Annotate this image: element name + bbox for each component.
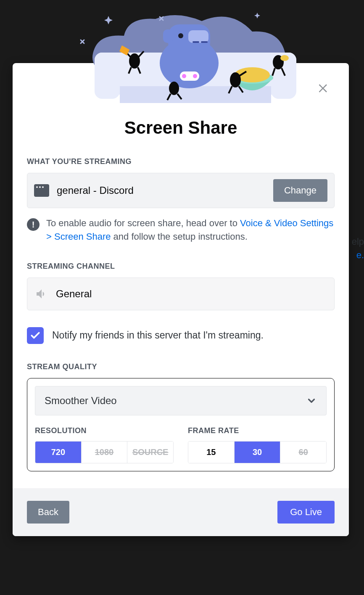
exclamation-icon: !: [27, 218, 40, 231]
framerate-label: FRAME RATE: [188, 426, 327, 435]
svg-line-2: [81, 40, 84, 43]
application-window-icon: [34, 184, 49, 197]
svg-point-11: [178, 33, 183, 38]
svg-line-0: [160, 17, 163, 20]
close-icon: [317, 82, 330, 95]
modal-title: Screen Share: [27, 118, 335, 138]
framerate-option-15[interactable]: 15: [188, 442, 235, 463]
quality-section-label: STREAM QUALITY: [27, 362, 335, 371]
resolution-segmented: 720 1080 SOURCE: [35, 441, 174, 463]
svg-line-24: [139, 51, 144, 57]
go-live-button[interactable]: Go Live: [277, 501, 335, 524]
svg-line-23: [125, 51, 130, 57]
screen-share-modal: Screen Share WHAT YOU'RE STREAMING gener…: [13, 63, 349, 536]
streaming-section-label: WHAT YOU'RE STREAMING: [27, 157, 335, 166]
background-text: e.: [356, 250, 364, 261]
resolution-option-720[interactable]: 720: [35, 442, 82, 463]
svg-point-35: [280, 55, 289, 61]
resolution-label: RESOLUTION: [35, 426, 174, 435]
svg-line-1: [160, 17, 163, 20]
modal-footer: Back Go Live: [13, 488, 349, 536]
quality-preset-select[interactable]: Smoother Video: [35, 386, 327, 415]
notify-friends-label: Notify my friends in this server that I'…: [52, 330, 264, 341]
svg-rect-9: [168, 24, 210, 54]
info-text-post: and follow the setup instructions.: [111, 231, 247, 242]
background-text: elp: [352, 236, 364, 247]
streaming-source-name: general - Discord: [57, 185, 266, 196]
info-text-pre: To enable audio for screen share, head o…: [46, 218, 240, 228]
close-button[interactable]: [315, 80, 332, 97]
notify-friends-row: Notify my friends in this server that I'…: [27, 327, 335, 344]
resolution-option-1080[interactable]: 1080: [82, 442, 128, 463]
channel-name: General: [56, 288, 92, 300]
notify-friends-checkbox[interactable]: [27, 327, 44, 344]
change-source-button[interactable]: Change: [273, 179, 327, 202]
framerate-segmented: 15 30 60: [188, 441, 327, 463]
chevron-down-icon: [306, 395, 317, 406]
svg-line-3: [81, 40, 84, 43]
audio-info-text: To enable audio for screen share, head o…: [46, 217, 335, 243]
svg-rect-10: [163, 29, 173, 43]
streaming-source-box: general - Discord Change: [27, 173, 335, 208]
framerate-option-60[interactable]: 60: [280, 442, 326, 463]
svg-rect-12: [188, 30, 208, 43]
quality-preset-value: Smoother Video: [45, 395, 117, 407]
checkmark-icon: [30, 330, 41, 341]
framerate-option-30[interactable]: 30: [235, 442, 281, 463]
resolution-option-source[interactable]: SOURCE: [127, 442, 173, 463]
speaker-icon: [35, 287, 48, 301]
streaming-channel-select[interactable]: General: [27, 278, 335, 310]
stream-quality-panel: Smoother Video RESOLUTION 720 1080 SOURC…: [27, 378, 335, 471]
channel-section-label: STREAMING CHANNEL: [27, 262, 335, 271]
back-button[interactable]: Back: [27, 501, 69, 524]
audio-info-row: ! To enable audio for screen share, head…: [27, 217, 335, 243]
